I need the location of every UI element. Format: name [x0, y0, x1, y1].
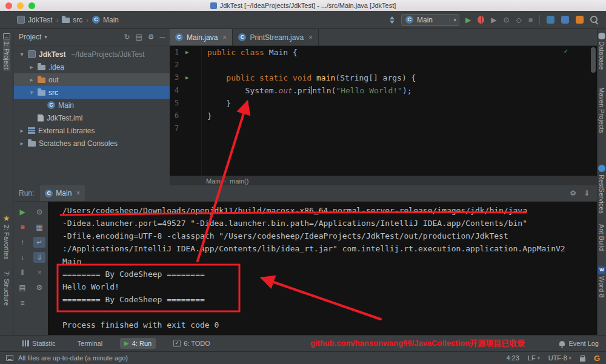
console-settings-icon[interactable]: ⚙	[33, 282, 45, 293]
stop-icon[interactable]: ■	[528, 16, 533, 24]
up-stack-icon[interactable]: ↑	[16, 237, 28, 248]
run-line-icon[interactable]: ▶	[185, 46, 188, 59]
project-view-selector[interactable]: Project	[19, 33, 41, 41]
monitor-icon[interactable]	[3, 33, 10, 39]
db-icon[interactable]	[599, 33, 605, 39]
collapse-all-icon[interactable]: ▤	[135, 33, 142, 41]
scroll-to-end-icon[interactable]: ⇓	[33, 252, 45, 263]
editor-tab-main-java[interactable]: Main.java×	[170, 29, 233, 45]
sync-icon[interactable]: ↻	[124, 33, 130, 41]
word-icon[interactable]	[598, 266, 605, 274]
breadcrumb-item-method[interactable]: main()	[230, 177, 248, 185]
run-icon[interactable]: ▶	[465, 16, 471, 24]
star-icon[interactable]	[3, 214, 10, 222]
clear-all-icon[interactable]: ×	[33, 267, 45, 278]
chevron-right-icon[interactable]: ▸	[28, 64, 35, 70]
rest-icon[interactable]	[598, 165, 605, 172]
scrollbar-thumb[interactable]	[591, 47, 596, 73]
main-toolbar: JdkTest›src›Main Main ▾ ▶▶⊙◇■	[0, 11, 606, 29]
dock-icon[interactable]: ⇓	[584, 190, 590, 197]
toolwindow-button-1-project[interactable]: 1: Project	[3, 39, 10, 71]
breadcrumb-item-class[interactable]: Main	[206, 177, 221, 185]
editor-tab-printstream-java[interactable]: PrintStream.java×	[233, 29, 319, 45]
stop-icon[interactable]: ■	[16, 222, 28, 233]
tree-item-scratches-and-consoles[interactable]: ▸Scratches and Consoles	[14, 137, 170, 150]
zoom-button[interactable]	[28, 2, 35, 9]
plugin-orange-icon[interactable]	[576, 16, 584, 24]
close-button[interactable]	[5, 2, 12, 9]
toolwindow-button-statistic[interactable]: Statistic	[18, 338, 60, 349]
chevron-down-icon[interactable]: ▾	[19, 51, 25, 58]
restore-layout-icon[interactable]: ▤	[16, 282, 28, 293]
console-line: /Users/codesheep/Downloads/openjdk11/bui…	[62, 204, 593, 217]
breadcrumb-main[interactable]: Main	[92, 16, 119, 24]
chevron-right-icon[interactable]: ▸	[19, 127, 25, 134]
console-output[interactable]: /Users/codesheep/Downloads/openjdk11/bui…	[62, 204, 593, 335]
layout-icon[interactable]: ▦	[33, 222, 45, 233]
toolwindow-button-7-structure[interactable]: 7: Structure	[3, 271, 10, 306]
tree-item-label: JdkTest.iml	[47, 114, 82, 122]
toolwindow-button-ant-build[interactable]: Ant Build	[598, 224, 605, 251]
caret-position[interactable]: 4:23	[506, 354, 519, 362]
breadcrumb-src[interactable]: src	[62, 16, 82, 24]
debug-bug-icon[interactable]	[478, 16, 484, 24]
down-stack-icon[interactable]: ↓	[16, 252, 28, 263]
chevron-right-icon[interactable]: ▸	[19, 140, 25, 147]
tree-item-jdktest-iml[interactable]: JdkTest.iml	[14, 111, 170, 124]
close-icon[interactable]: ×	[308, 33, 313, 42]
profiler-icon[interactable]: ⊙	[503, 16, 509, 24]
rerun-icon[interactable]: ▶	[16, 207, 28, 217]
updown-arrows-icon[interactable]	[390, 16, 395, 24]
toolwindow-button-4-run[interactable]: 4: Run	[120, 338, 156, 349]
encoding-selector[interactable]: UTF-8 ▾	[548, 354, 571, 362]
run-config-selector[interactable]: Main ▾	[401, 14, 459, 26]
run-with-coverage-icon[interactable]: ▶	[491, 16, 496, 24]
soft-wrap-icon[interactable]: ↵	[33, 237, 45, 248]
status-left: All files are up-to-date (a minute ago)	[6, 354, 128, 362]
inspections-ok-icon[interactable]: ✓	[564, 47, 568, 55]
pin-tab-icon[interactable]: ⊙	[33, 207, 45, 217]
settings-gear-icon[interactable]: ⚙	[148, 33, 155, 41]
toolwindow-button-2-favorites[interactable]: 2: Favorites	[3, 225, 10, 259]
code-area[interactable]: 1▶public class Main {23▶ public static v…	[170, 46, 597, 176]
plugin-blue-2-icon[interactable]	[561, 16, 569, 24]
run-tab-main[interactable]: Main ×	[40, 185, 85, 201]
run-dashed-icon[interactable]: ◇	[516, 16, 522, 24]
close-icon[interactable]: ×	[222, 33, 227, 42]
lock-icon[interactable]	[580, 357, 585, 362]
close-icon[interactable]: ×	[76, 189, 80, 197]
search-everywhere-icon[interactable]	[590, 16, 599, 24]
run-line-icon[interactable]: ▶	[185, 71, 188, 84]
console-line: -Dfile.encoding=UTF-8 -classpath "/Users…	[62, 230, 593, 242]
pause-output-icon[interactable]: ‖	[16, 267, 28, 278]
tree-item-out[interactable]: ▸out	[14, 73, 170, 86]
settings-gear-icon[interactable]: ⚙	[570, 190, 576, 197]
minimize-button[interactable]	[17, 2, 24, 9]
editor-breadcrumb: Main › main()	[170, 176, 597, 185]
tree-item-idea[interactable]: ▸.idea	[14, 61, 170, 73]
tree-item-external-libraries[interactable]: ▸External Libraries	[14, 124, 170, 137]
plugin-blue-1-icon[interactable]	[547, 16, 554, 24]
show-options-icon[interactable]: ≡	[16, 297, 28, 308]
g-badge-icon[interactable]	[594, 354, 600, 363]
toolwindow-button-6-todo[interactable]: 6: TODO	[169, 338, 215, 349]
toolwindow-button-terminal[interactable]: Terminal	[73, 338, 107, 349]
toolwindow-button-maven-projects[interactable]: Maven Projects	[598, 87, 605, 133]
tree-item-src[interactable]: ▾src	[14, 86, 170, 99]
project-header-icons: ↻▤⚙─	[124, 33, 165, 41]
chevron-down-icon[interactable]: ▾	[28, 89, 35, 96]
breadcrumb-jdktest[interactable]: JdkTest	[17, 16, 53, 24]
run-config-name: Main	[417, 16, 433, 24]
line-separator-selector[interactable]: LF ▾	[528, 354, 540, 362]
toolwindow-switcher-icon[interactable]	[6, 355, 13, 361]
toolwindow-button-database[interactable]: Database	[598, 41, 605, 70]
chevron-right-icon[interactable]: ▸	[28, 76, 35, 83]
event-log-button[interactable]: Event Log	[559, 340, 599, 347]
toolwindow-button-restservices[interactable]: RestServices	[598, 174, 605, 214]
toolwindow-button-word-8[interactable]: Word 8	[598, 276, 605, 297]
tree-item-jdktest[interactable]: ▾JdkTest~/IdeaProjects/JdkTest	[14, 48, 170, 61]
hide-panel-icon[interactable]: ─	[159, 33, 165, 41]
status-message: All files are up-to-date (a minute ago)	[18, 354, 128, 362]
chart-icon	[22, 340, 29, 346]
tree-item-main[interactable]: Main	[14, 99, 170, 111]
